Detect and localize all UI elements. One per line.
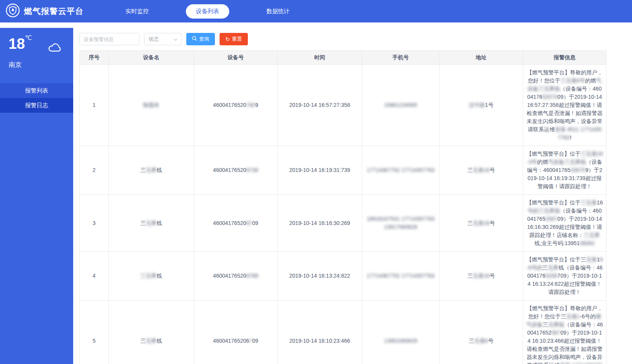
column-header-device-no: 设备号 bbox=[194, 51, 278, 65]
cell-address: 三元巷16号 bbox=[440, 146, 523, 195]
cell-phone: 18918167531 17714357763 13917060629 bbox=[362, 195, 440, 252]
cell-device-no: 460041765206789 bbox=[194, 252, 278, 300]
cell-address: 三元巷6号 bbox=[440, 300, 523, 364]
temperature-unit: ℃ bbox=[25, 34, 32, 41]
table-row: 2三元果线4600417652067392019-10-14 16:19:31:… bbox=[80, 146, 606, 195]
cell-time: 2019-10-14 16:57:27:358 bbox=[278, 65, 362, 146]
shield-flame-icon bbox=[5, 3, 20, 19]
cell-address: 三元巷16号 bbox=[440, 195, 523, 252]
reset-button-label: 重置 bbox=[232, 36, 242, 43]
cell-index: 1 bbox=[80, 65, 109, 146]
sidebar-menu: 报警列表 报警日志 bbox=[0, 83, 73, 113]
query-button[interactable]: 查询 bbox=[186, 33, 215, 45]
main-content: 状态 查询 ↻ 重置 bbox=[73, 22, 632, 364]
cell-index: 5 bbox=[80, 300, 109, 364]
cell-device-name: 陈霞未 bbox=[109, 65, 194, 146]
nav-item-realtime-monitor[interactable]: 实时监控 bbox=[115, 4, 159, 19]
city-label: 南京 bbox=[9, 60, 65, 69]
cloud-icon bbox=[48, 42, 63, 54]
cell-device-no: 460041765206709 bbox=[194, 300, 278, 364]
cell-device-no: 460041765207409 bbox=[194, 65, 278, 146]
logo: 燃气报警云平台 bbox=[0, 3, 104, 19]
table-body: 1陈霞未4600417652074092019-10-14 16:57:27:3… bbox=[80, 65, 606, 364]
nav-item-device-list[interactable]: 设备列表 bbox=[186, 4, 229, 19]
table-row: 1陈霞未4600417652074092019-10-14 16:57:27:3… bbox=[80, 65, 606, 146]
status-select[interactable]: 状态 bbox=[144, 33, 182, 45]
column-header-device-name: 设备名 bbox=[109, 51, 194, 65]
nav-item-data-statistics[interactable]: 数据统计 bbox=[256, 4, 300, 19]
column-header-address: 地址 bbox=[440, 51, 523, 65]
chevron-down-icon bbox=[173, 36, 178, 42]
cell-device-name: 三元果线 bbox=[109, 252, 194, 300]
column-header-index: 序号 bbox=[80, 51, 109, 65]
cell-address: 三元巷16号 bbox=[440, 252, 523, 300]
reset-button[interactable]: ↻ 重置 bbox=[220, 33, 248, 45]
cell-index: 4 bbox=[80, 252, 109, 300]
cell-alarm-message: 【燃气预警平台】尊敬的用户，您好！您位于三元巷6号的燃气设备三元果线（设备编号：… bbox=[523, 65, 606, 146]
cell-index: 3 bbox=[80, 195, 109, 252]
table-row: 3三元果线4600417652067092019-10-14 16:16:30:… bbox=[80, 195, 606, 252]
cell-alarm-message: 【燃气预警平台】位于三元巷16-6号的三元果线（设备编号：46004176520… bbox=[523, 252, 606, 300]
cell-time: 2019-10-14 16:13:24:822 bbox=[278, 252, 362, 300]
cell-device-name: 三元果线 bbox=[109, 300, 194, 364]
weather-widget: 18℃ 南京 bbox=[0, 28, 73, 76]
cell-phone: 13951060629 bbox=[362, 300, 440, 364]
sidebar: 18℃ 南京 报警列表 报警日志 bbox=[0, 28, 73, 364]
column-header-phone: 手机号 bbox=[362, 51, 440, 65]
cell-time: 2019-10-14 16:10:23:466 bbox=[278, 300, 362, 364]
app-title: 燃气报警云平台 bbox=[24, 6, 84, 17]
cell-device-name: 三元果线 bbox=[109, 195, 194, 252]
sidebar-item-alarm-list[interactable]: 报警列表 bbox=[0, 83, 73, 98]
alarm-info-search-input[interactable] bbox=[79, 33, 139, 45]
cell-device-no: 460041765206739 bbox=[194, 146, 278, 195]
status-select-value: 状态 bbox=[149, 36, 159, 43]
cell-alarm-message: 【燃气预警平台】尊敬的用户，您好！您位于三元巷1-6号的燃气设备三元果线（设备编… bbox=[523, 300, 606, 364]
table-row: 5三元果线4600417652067092019-10-14 16:10:23:… bbox=[80, 300, 606, 364]
cell-device-name: 三元果线 bbox=[109, 146, 194, 195]
cell-alarm-message: 【燃气预警平台】位于三元巷16-3号的燃气设备三元果线（设备编号：4600417… bbox=[523, 146, 606, 195]
top-navbar: 燃气报警云平台 实时监控 设备列表 数据统计 bbox=[0, 0, 632, 22]
cell-phone: 17714367752 17714357763 bbox=[362, 252, 440, 300]
cell-device-no: 460041765206709 bbox=[194, 195, 278, 252]
alarm-table: 序号 设备名 设备号 时间 手机号 地址 报警信息 1陈霞未4600417652… bbox=[79, 50, 606, 364]
cell-time: 2019-10-14 16:19:31:739 bbox=[278, 146, 362, 195]
refresh-icon: ↻ bbox=[225, 36, 230, 42]
cell-address: 汉中路1号 bbox=[440, 65, 523, 146]
query-button-label: 查询 bbox=[199, 36, 209, 43]
column-header-time: 时间 bbox=[278, 51, 362, 65]
cell-index: 2 bbox=[80, 146, 109, 195]
table-row: 4三元果线4600417652067892019-10-14 16:13:24:… bbox=[80, 252, 606, 300]
cell-phone: 17714367752 17714357763 bbox=[362, 146, 440, 195]
nav-items: 实时监控 设备列表 数据统计 bbox=[115, 4, 300, 19]
cell-alarm-message: 【燃气预警平台】位于三元巷16号的三元果线（设备编号：4600417652067… bbox=[523, 195, 606, 252]
search-icon bbox=[192, 36, 197, 42]
cell-time: 2019-10-14 16:16:30:269 bbox=[278, 195, 362, 252]
temperature: 18℃ bbox=[9, 36, 32, 51]
table-header: 序号 设备名 设备号 时间 手机号 地址 报警信息 bbox=[80, 51, 606, 65]
sidebar-item-alarm-log[interactable]: 报警日志 bbox=[0, 98, 73, 113]
cell-phone: 15861234565 bbox=[362, 65, 440, 146]
column-header-alarm-message: 报警信息 bbox=[523, 51, 606, 65]
toolbar: 状态 查询 ↻ 重置 bbox=[79, 33, 632, 45]
